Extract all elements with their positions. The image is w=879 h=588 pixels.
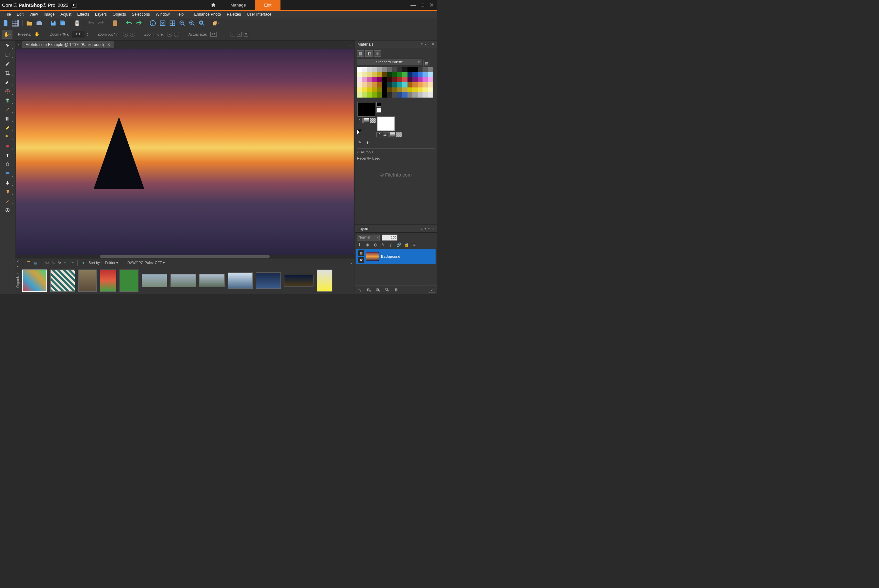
thumb-item[interactable] — [100, 270, 116, 292]
color-swatch[interactable] — [412, 82, 417, 87]
info-icon[interactable] — [149, 20, 156, 27]
color-swatch[interactable] — [392, 77, 397, 82]
hsl-tab[interactable]: ◧ — [365, 50, 373, 57]
new-layer-icon[interactable]: ▫▾ — [357, 287, 363, 292]
color-swatch[interactable] — [367, 72, 372, 77]
color-swatch[interactable] — [418, 87, 422, 92]
color-swatch[interactable] — [392, 72, 397, 77]
org-list-icon[interactable]: ☰ — [27, 261, 30, 265]
open-icon[interactable] — [26, 20, 33, 27]
zoom-input[interactable] — [72, 32, 84, 37]
thumb-item[interactable] — [228, 273, 253, 289]
redo-arrow-icon[interactable] — [135, 20, 142, 27]
redo-icon[interactable] — [97, 20, 105, 27]
color-swatch[interactable] — [428, 92, 433, 97]
color-swatch[interactable] — [387, 67, 392, 72]
bg-mini[interactable] — [377, 108, 381, 112]
warp-tool[interactable] — [2, 187, 14, 196]
color-swatch[interactable] — [387, 72, 392, 77]
eyedropper-icon[interactable]: ✎ — [358, 140, 361, 146]
thumb-item[interactable] — [256, 273, 281, 289]
layer-visibility-icon[interactable] — [358, 257, 364, 262]
color-swatch[interactable] — [357, 72, 362, 77]
color-swatch[interactable] — [387, 82, 392, 87]
org-undo-icon[interactable]: ↶ — [64, 261, 67, 265]
background-swatch[interactable] — [377, 117, 395, 131]
thumb-item[interactable] — [284, 275, 314, 286]
thumb-item[interactable] — [199, 274, 225, 287]
layer-link-icon[interactable]: 🔗 — [396, 243, 401, 247]
makeover-tool[interactable] — [2, 96, 14, 105]
color-swatch[interactable] — [418, 92, 422, 97]
color-swatch[interactable] — [372, 87, 377, 92]
zoom-out-btn[interactable]: − — [123, 32, 128, 37]
panel-pin-icon[interactable]: ⊣ — [427, 42, 430, 46]
undo-icon[interactable] — [87, 20, 95, 27]
canvas[interactable] — [15, 49, 355, 258]
color-swatch[interactable] — [362, 72, 367, 77]
bg-style-texture[interactable] — [396, 132, 402, 137]
brush-tool[interactable] — [2, 105, 14, 114]
color-swatch[interactable] — [357, 67, 362, 72]
color-swatch[interactable] — [362, 82, 367, 87]
lighten-tool[interactable] — [2, 142, 14, 150]
color-swatch[interactable] — [397, 87, 402, 92]
color-swatch[interactable] — [402, 92, 407, 97]
zoom-out-icon[interactable] — [179, 20, 186, 27]
menu-user-interface[interactable]: User Interface — [244, 11, 274, 17]
layer-lock-icon[interactable]: 🔒 — [404, 243, 409, 247]
organizer-collapse-icon[interactable]: ▾ — [17, 265, 19, 268]
org-filter-icon[interactable]: ▼ — [82, 261, 85, 265]
new-file-icon[interactable] — [2, 20, 9, 27]
panel-close-icon[interactable]: ✕ — [432, 42, 434, 46]
color-swatch[interactable] — [407, 92, 412, 97]
pan-tool-indicator[interactable]: ✋▾ — [2, 30, 12, 39]
new-mask-icon[interactable]: ◑▾ — [375, 287, 381, 292]
slider-tab[interactable]: ≡ — [374, 50, 381, 57]
color-swatch[interactable] — [387, 77, 392, 82]
tab-next[interactable]: › — [349, 42, 353, 47]
color-swatch[interactable] — [372, 92, 377, 97]
new-adjustment-icon[interactable]: ◐▾ — [366, 287, 372, 292]
color-swatch[interactable] — [402, 77, 407, 82]
redeye-tool[interactable] — [2, 87, 14, 96]
crop-tool[interactable] — [2, 69, 14, 77]
thumb-item[interactable] — [22, 270, 47, 292]
save-icon[interactable] — [50, 20, 57, 27]
copy-icon[interactable]: ▾ — [212, 20, 219, 27]
blend-mode-select[interactable]: Normal — [357, 235, 380, 240]
org-edit-icon[interactable]: ✎ — [52, 261, 55, 265]
color-swatch[interactable] — [412, 67, 417, 72]
color-swatch[interactable] — [362, 87, 367, 92]
layer-adjust-icon[interactable]: ◐ — [373, 243, 378, 247]
dropper-tool[interactable] — [2, 59, 14, 68]
color-swatch[interactable] — [382, 72, 387, 77]
color-swatch[interactable] — [367, 92, 372, 97]
color-swatch[interactable] — [377, 72, 382, 77]
color-swatch[interactable] — [372, 82, 377, 87]
color-swatch[interactable] — [377, 92, 382, 97]
sort-by-value[interactable]: Folder ▾ — [105, 261, 118, 265]
color-swatch[interactable] — [372, 67, 377, 72]
opacity-input[interactable]: 100 — [382, 235, 397, 240]
layer-row[interactable]: ▦ Background — [356, 249, 436, 264]
color-swatch[interactable] — [367, 67, 372, 72]
color-swatch[interactable] — [377, 77, 382, 82]
color-swatch[interactable] — [372, 72, 377, 77]
color-swatch[interactable] — [407, 87, 412, 92]
color-swatch[interactable] — [357, 87, 362, 92]
org-grid-icon[interactable]: ▦ — [34, 261, 37, 265]
save-all-icon[interactable] — [59, 20, 67, 27]
style-solid[interactable] — [364, 118, 369, 123]
zoom-more-out[interactable]: − — [167, 32, 172, 37]
text-tool[interactable] — [2, 151, 14, 160]
color-swatch[interactable] — [377, 67, 382, 72]
raw-jpg-toggle[interactable]: RAW/JPG Pairs: OFF ▾ — [127, 261, 165, 265]
selection-tool[interactable] — [2, 50, 14, 59]
bg-style-dropdown[interactable]: ▾ — [377, 132, 382, 137]
menu-objects[interactable]: Objects — [110, 11, 129, 17]
color-swatch[interactable] — [428, 72, 433, 77]
reset-colors-icon[interactable] — [357, 129, 362, 135]
layers-pin-icon[interactable]: ⊣ — [427, 227, 430, 230]
canvas-size-icon[interactable] — [169, 20, 176, 27]
